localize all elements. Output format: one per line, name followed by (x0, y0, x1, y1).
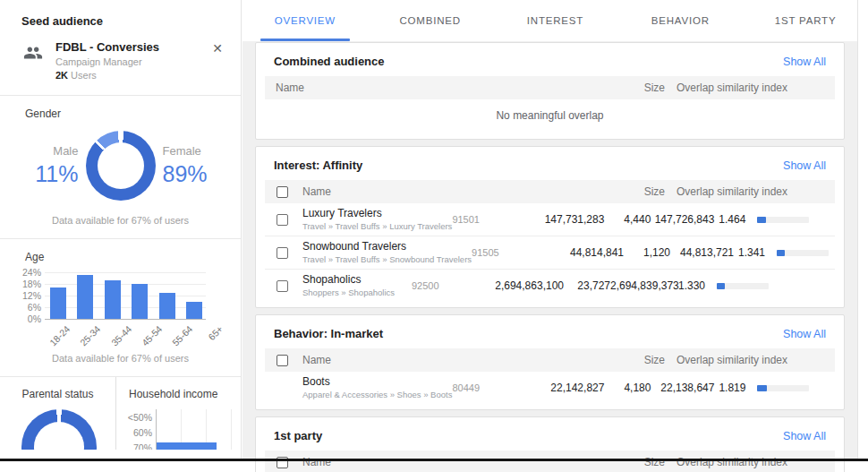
close-icon[interactable]: ✕ (207, 40, 228, 56)
behavior-in-market-card: Behavior: In-market Show All Name Size O… (255, 314, 845, 410)
bottom-divider-bar (0, 459, 868, 461)
row-category-path: Apparel & Accessories » Shoes » Boots (302, 390, 452, 399)
tab-1st-party[interactable]: 1ST PARTY (743, 0, 868, 41)
card-header: 1st party Show All (256, 417, 844, 451)
row-overlap-users: 1,120 (624, 246, 670, 259)
overlap-bar-fill (757, 217, 766, 223)
tab-behavior[interactable]: BEHAVIOR (617, 0, 743, 41)
household-income-chart: <50%60%70% (116, 406, 241, 450)
overlap-bar-fill (717, 283, 725, 289)
gender-donut-chart (86, 131, 156, 201)
show-all-link[interactable]: Show All (783, 430, 826, 442)
row-name: Shopaholics (302, 273, 412, 286)
column-overlap-similarity-index: Overlap similarity index (665, 82, 835, 94)
show-all-link[interactable]: Show All (783, 328, 826, 340)
combined-audience-card: Combined audience Show All Name Size Ove… (255, 42, 845, 140)
row-overlap-index: 1.819 (714, 382, 745, 394)
people-icon (23, 43, 43, 63)
table-header: Name Size Overlap similarity index (265, 76, 835, 99)
row-id: 91505 (472, 247, 521, 258)
column-name: Name (301, 354, 584, 366)
income-bar (157, 442, 217, 451)
row-overlap-index: 1.341 (734, 246, 765, 259)
column-size: Size (584, 185, 665, 198)
age-x-label: 25-34 (78, 323, 102, 348)
age-x-label: 45-54 (140, 323, 164, 348)
seed-audience-title: Seed audience (0, 0, 241, 37)
column-overlap-similarity-index: Overlap similarity index (665, 354, 835, 366)
male-label: Male (21, 144, 79, 158)
row-size: 44,813,721 (670, 246, 734, 259)
row-checkbox[interactable] (277, 214, 288, 226)
row-overlap-index: 1.330 (674, 279, 705, 292)
table-header: Name Size Overlap similarity index (265, 180, 835, 203)
seed-audience-source: Campaign Manager (55, 56, 207, 67)
donut-hole (34, 422, 84, 450)
row-audience-size: 2,694,863,100 (461, 279, 564, 292)
tab-interest[interactable]: INTEREST (493, 0, 618, 41)
age-bar (77, 275, 93, 319)
age-y-axis: 24%18%12%6%0% (13, 272, 45, 319)
select-all-checkbox[interactable] (277, 355, 288, 366)
card-header: Behavior: In-market Show All (256, 315, 844, 348)
row-checkbox[interactable] (277, 247, 288, 259)
empty-state-message: No meaningful overlap (265, 99, 835, 133)
row-size: 2,694,839,373 (610, 279, 674, 292)
tab-overview[interactable]: OVERVIEW (243, 0, 368, 41)
row-overlap-bar-cell (705, 283, 835, 289)
age-x-label: 65+ (206, 323, 225, 342)
row-overlap-index: 1.464 (714, 213, 745, 226)
users-count: 2K (55, 70, 68, 81)
tab-combined[interactable]: COMBINED (368, 0, 493, 41)
age-bar (50, 287, 66, 319)
row-audience-size: 147,731,283 (501, 213, 604, 226)
tab-bar: OVERVIEW COMBINED INTEREST BEHAVIOR 1ST … (243, 0, 868, 41)
table-row: Luxury Travelers Travel » Travel Buffs »… (265, 203, 835, 236)
parental-status-section: Parental status (0, 377, 115, 450)
row-overlap-users: 4,440 (604, 213, 651, 226)
table-rows: Boots Apparel & Accessories » Shoes » Bo… (265, 372, 835, 404)
table-rows: Luxury Travelers Travel » Travel Buffs »… (265, 203, 835, 302)
row-id: 92500 (412, 280, 461, 291)
female-percent: 89% (163, 161, 220, 187)
select-all-checkbox[interactable] (277, 186, 288, 198)
row-audience-size: 22,142,827 (501, 382, 604, 394)
row-size: 22,138,647 (651, 382, 714, 394)
table-row: Shopaholics Shoppers » Shopaholics 92500… (265, 269, 835, 302)
household-income-label: Household income (116, 377, 241, 406)
age-label: Age (0, 239, 241, 269)
card-table: Name Size Overlap similarity index (265, 451, 835, 472)
scrollbar-track[interactable] (857, 0, 868, 459)
row-name-cell: Shopaholics Shoppers » Shopaholics (301, 270, 412, 302)
age-bar-chart: 24%18%12%6%0% (0, 269, 241, 319)
cards-container: Combined audience Show All Name Size Ove… (243, 41, 868, 472)
overlap-bar-track (777, 250, 829, 256)
card-title: Combined audience (274, 55, 385, 68)
show-all-link[interactable]: Show All (783, 159, 826, 172)
table-row: Snowbound Travelers Travel » Travel Buff… (265, 236, 835, 269)
income-tick-label: 60% (125, 427, 156, 438)
seed-audience-item: FDBL - Conversies Campaign Manager 2K Us… (0, 37, 241, 95)
sidebar: Seed audience FDBL - Conversies Campaign… (0, 0, 242, 459)
interest-affinity-card: Interest: Affinity Show All Name Size Ov… (255, 146, 845, 308)
table-header: Name Size Overlap similarity index (265, 348, 835, 372)
row-name: Snowbound Travelers (302, 240, 472, 253)
users-suffix: Users (68, 70, 97, 81)
row-name: Boots (302, 375, 452, 388)
gender-male-stats: Male 11% (21, 144, 86, 187)
row-category-path: Travel » Travel Buffs » Luxury Travelers (302, 221, 452, 231)
row-checkbox[interactable] (277, 280, 288, 292)
gender-label: Gender (0, 96, 241, 125)
income-tick-label: 70% (125, 442, 156, 451)
column-size: Size (584, 354, 665, 366)
row-name-cell: Boots Apparel & Accessories » Shoes » Bo… (301, 372, 452, 404)
parental-status-donut-chart (21, 409, 97, 450)
card-title: Behavior: In-market (274, 327, 383, 340)
age-x-label: 55-64 (170, 323, 194, 348)
card-header: Interest: Affinity Show All (256, 147, 844, 180)
row-size: 147,726,843 (651, 213, 714, 226)
overlap-bar-track (757, 385, 809, 391)
overlap-bar-fill (757, 385, 767, 391)
show-all-link[interactable]: Show All (783, 56, 826, 68)
row-overlap-bar-cell (745, 385, 868, 391)
